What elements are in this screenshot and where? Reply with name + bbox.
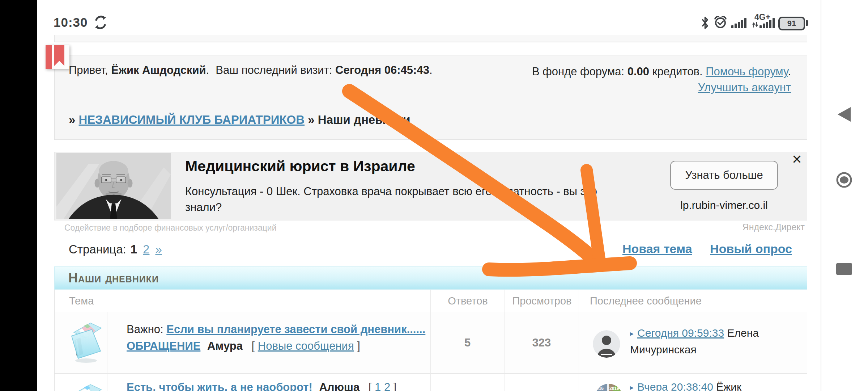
column-views: Просмотров [505,290,579,312]
last-visit-label: Ваш последний визит: [216,64,335,76]
lastpost-author: Елена [727,327,758,339]
page-label: Страница: [69,243,126,256]
lastpost-time-link[interactable]: Вчера 20:38:40 [637,381,713,391]
lastpost-line1: ▸Сегодня 09:59:33 Елена [630,327,759,339]
data-updown-icon [752,22,758,29]
lastpost-time-link[interactable]: Сегодня 09:59:33 [637,327,724,339]
phone-screen: 10:30 4G+ [0,0,868,391]
topic-page-1-link[interactable]: 1 [375,381,381,391]
call-sync-icon [93,15,108,31]
bookmark-stripe [46,45,52,69]
lastpost-line: ▸Вчера 20:38:40 Ёжик [630,381,741,391]
page-current: 1 [131,243,137,256]
forum-fund-block: В фонде форума: 0.00 кредитов. Помочь фо… [532,64,791,96]
ad-body-line2: знали? [185,201,222,214]
fund-line: В фонде форума: 0.00 кредитов. Помочь фо… [532,64,791,80]
column-replies: Ответов [431,290,505,312]
topic-link[interactable]: Есть, чтобы жить, а не наоборот! [127,381,312,391]
ad-photo[interactable] [56,153,171,220]
page-next-link[interactable]: » [155,243,162,256]
topic-prefix: Важно: [127,323,166,336]
nav-bar-divider [821,0,821,391]
folder-icon [69,379,103,391]
close-icon[interactable]: × [792,151,802,167]
avatar-segment [607,384,609,391]
column-divider [505,290,505,391]
bookmark-icon[interactable] [46,45,69,69]
topic-link[interactable]: Если вы планируете завести свой дневник.… [166,323,425,336]
battery-icon: 91 [778,17,805,30]
status-clock: 10:30 [54,15,88,30]
breadcrumb: » НЕЗАВИСИМЫЙ КЛУБ БАРИАТРИКОВ » Наши дн… [69,113,410,127]
lastpost-author: Ёжик [716,381,741,391]
lastpost-line2: Мичуринская [630,344,697,356]
post-arrow-icon: ▸ [630,383,634,391]
signal-icon [731,18,747,30]
ad-cta-label: Узнать больше [685,169,763,182]
ad-caption: Содействие в подборе финансовых услуг/ор… [64,223,277,233]
back-icon[interactable] [835,106,852,124]
topic-page-2-link[interactable]: 2 [384,381,390,391]
breadcrumb-current: Наши дневники [318,113,410,126]
recents-icon[interactable] [836,263,852,275]
folder-icon [69,318,103,366]
column-topic: Тема [69,290,94,312]
bookmark-ribbon [54,45,64,66]
topic-line: Есть, чтобы жить, а не наоборот! Алюша [… [127,381,396,391]
ad-title[interactable]: Медицинский юрист в Израиле [185,158,415,175]
page-2-link[interactable]: 2 [143,243,149,256]
replies-count: 5 [430,312,505,374]
column-lastpost: Последнее сообщение [590,290,702,312]
topic-link-continued[interactable]: ОБРАЩЕНИЕ [127,340,200,352]
alarm-icon [712,15,728,30]
table-header-row: Тема Ответов Просмотров Последнее сообще… [54,290,807,312]
ad-cta-button[interactable]: Узнать больше [670,161,778,190]
column-divider [430,290,431,391]
breadcrumb-club-link[interactable]: НЕЗАВИСИМЫЙ КЛУБ БАРИАТРИКОВ [79,113,305,126]
upgrade-line: Улучшить аккаунт [532,80,791,96]
battery-nub [806,20,808,26]
signal-4g-icon [760,18,775,30]
topic-line1: Важно: Если вы планируете завести свой д… [127,323,425,336]
upgrade-account-link[interactable]: Улучшить аккаунт [698,81,791,94]
user-name: Ёжик Ашдодский [111,64,206,76]
topic-author: Амура [207,340,243,352]
fund-amount: 0.00 [627,65,649,78]
greeting-prefix: Привет, [69,64,111,76]
ad-provider-label: Яндекс.Директ [743,222,805,232]
ad-url: lp.rubin-vimer.co.il [665,199,783,211]
new-topic-link[interactable]: Новая тема [622,242,692,256]
home-icon[interactable] [835,171,853,190]
pagination: Страница:12» [69,243,162,256]
help-forum-link[interactable]: Помочь форуму [706,65,788,78]
section-header: Наши дневники [54,266,807,290]
left-letterbox-bar [0,0,37,391]
post-arrow-icon: ▸ [630,329,634,338]
ad-body-line1: Консультация - 0 Шек. Страховка врача по… [185,185,597,198]
column-divider [579,290,579,391]
topic-author: Алюша [319,381,359,391]
previous-panel-sliver [54,35,807,42]
bluetooth-icon [701,16,709,31]
battery-percent: 91 [787,19,796,28]
greeting-line: Привет, Ёжик Ашдодский.Ваш последний виз… [69,64,433,77]
section-title: Наши дневники [68,270,159,286]
topic-line2: ОБРАЩЕНИЕ Амура [ Новые сообщения ] [127,340,360,353]
topic-actions: Новая тема Новый опрос [608,242,792,256]
new-poll-link[interactable]: Новый опрос [710,242,792,256]
avatar[interactable] [593,330,620,358]
column-divider [107,312,107,391]
last-visit-value: Сегодня 06:45:43 [335,64,429,76]
views-count: 323 [505,312,579,374]
new-messages-link[interactable]: Новые сообщения [258,340,354,352]
